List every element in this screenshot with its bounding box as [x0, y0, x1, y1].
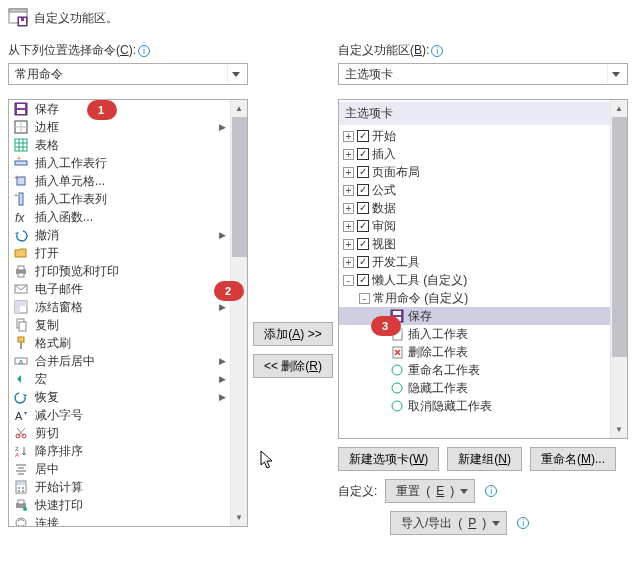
- info-icon[interactable]: i: [138, 45, 150, 57]
- scroll-up-icon[interactable]: ▲: [611, 100, 627, 117]
- svg-point-65: [392, 383, 402, 393]
- info-icon[interactable]: i: [431, 45, 443, 57]
- scrollbar[interactable]: ▲ ▼: [230, 100, 247, 526]
- tree-node[interactable]: +✓开始: [339, 127, 610, 145]
- scroll-down-icon[interactable]: ▼: [611, 421, 627, 438]
- remove-button[interactable]: << 删除(R): [253, 354, 333, 378]
- scroll-down-icon[interactable]: ▼: [231, 509, 247, 526]
- tree-label: 重命名工作表: [408, 362, 480, 379]
- commands-source-dropdown[interactable]: 常用命令: [8, 63, 248, 85]
- command-icon: [389, 362, 405, 378]
- checkbox[interactable]: ✓: [357, 184, 369, 196]
- expand-icon[interactable]: +: [343, 221, 354, 232]
- expand-icon[interactable]: +: [343, 131, 354, 142]
- command-label: 表格: [35, 137, 59, 154]
- command-item[interactable]: 宏▶: [9, 370, 230, 388]
- command-label: 插入工作表列: [35, 191, 107, 208]
- collapse-icon[interactable]: -: [343, 275, 354, 286]
- command-label: 降序排序: [35, 443, 83, 460]
- tree-label: 插入工作表: [408, 326, 468, 343]
- customize-ribbon-label: 自定义功能区(B):i: [338, 42, 628, 59]
- expand-icon[interactable]: +: [343, 185, 354, 196]
- command-item[interactable]: 格式刷: [9, 334, 230, 352]
- command-icon: [13, 137, 29, 153]
- info-icon[interactable]: i: [517, 517, 529, 529]
- expand-icon[interactable]: +: [343, 203, 354, 214]
- svg-rect-29: [15, 301, 27, 306]
- command-item[interactable]: 复制: [9, 316, 230, 334]
- tree-node[interactable]: +✓开发工具: [339, 253, 610, 271]
- svg-point-66: [392, 401, 402, 411]
- checkbox[interactable]: ✓: [357, 220, 369, 232]
- checkbox[interactable]: ✓: [357, 130, 369, 142]
- command-item[interactable]: 撤消▶: [9, 226, 230, 244]
- tree-node[interactable]: +✓视图: [339, 235, 610, 253]
- ribbon-target-dropdown[interactable]: 主选项卡: [338, 63, 628, 85]
- tree-node[interactable]: +✓审阅: [339, 217, 610, 235]
- reset-button[interactable]: 重置(E): [385, 479, 475, 503]
- scroll-thumb[interactable]: [612, 117, 627, 357]
- command-item[interactable]: 开始计算: [9, 478, 230, 496]
- svg-text:+: +: [14, 174, 18, 181]
- expand-icon[interactable]: +: [343, 257, 354, 268]
- checkbox[interactable]: ✓: [357, 256, 369, 268]
- command-item[interactable]: 表格: [9, 136, 230, 154]
- expand-icon[interactable]: +: [343, 167, 354, 178]
- command-item[interactable]: 连接: [9, 514, 230, 526]
- svg-point-52: [22, 490, 24, 492]
- tree-node[interactable]: +✓公式: [339, 181, 610, 199]
- command-item[interactable]: 打印预览和打印: [9, 262, 230, 280]
- tree-node[interactable]: +✓数据: [339, 199, 610, 217]
- ribbon-tree[interactable]: 主选项卡 +✓开始+✓插入+✓页面布局+✓公式+✓数据+✓审阅+✓视图+✓开发工…: [338, 99, 628, 439]
- scroll-up-icon[interactable]: ▲: [231, 100, 247, 117]
- dropdown-value: 常用命令: [15, 66, 63, 83]
- svg-rect-6: [17, 104, 25, 108]
- tree-node[interactable]: 隐藏工作表: [339, 379, 610, 397]
- chevron-down-icon: [460, 489, 468, 494]
- tree-node[interactable]: 重命名工作表: [339, 361, 610, 379]
- rename-button[interactable]: 重命名(M)...: [530, 447, 616, 471]
- tree-node[interactable]: +✓页面布局: [339, 163, 610, 181]
- scroll-thumb[interactable]: [232, 117, 247, 257]
- command-item[interactable]: 居中: [9, 460, 230, 478]
- command-item[interactable]: a合并后居中▶: [9, 352, 230, 370]
- command-item[interactable]: 剪切: [9, 424, 230, 442]
- command-item[interactable]: fx插入函数...: [9, 208, 230, 226]
- checkbox[interactable]: ✓: [357, 166, 369, 178]
- command-item[interactable]: +插入工作表列: [9, 190, 230, 208]
- tree-node[interactable]: -常用命令 (自定义): [339, 289, 610, 307]
- command-item[interactable]: ZA降序排序: [9, 442, 230, 460]
- command-item[interactable]: 快速打印: [9, 496, 230, 514]
- checkbox[interactable]: ✓: [357, 238, 369, 250]
- svg-text:A: A: [15, 452, 19, 458]
- expand-icon[interactable]: +: [343, 239, 354, 250]
- checkbox[interactable]: ✓: [357, 274, 369, 286]
- commands-listbox[interactable]: 1 2 保存边框▶表格+插入工作表行+插入单元格...+插入工作表列fx插入函数…: [8, 99, 248, 527]
- command-item[interactable]: 冻结窗格▶: [9, 298, 230, 316]
- command-item[interactable]: +插入工作表行: [9, 154, 230, 172]
- command-item[interactable]: 边框▶: [9, 118, 230, 136]
- command-item[interactable]: A减小字号: [9, 406, 230, 424]
- tree-node[interactable]: 取消隐藏工作表: [339, 397, 610, 415]
- tree-node[interactable]: -✓懒人工具 (自定义): [339, 271, 610, 289]
- add-button[interactable]: 添加(A) >>: [253, 322, 332, 346]
- scrollbar[interactable]: ▲ ▼: [610, 100, 627, 438]
- submenu-arrow-icon: ▶: [219, 356, 226, 366]
- svg-text:+: +: [14, 192, 18, 199]
- command-item[interactable]: 恢复▶: [9, 388, 230, 406]
- import-export-button[interactable]: 导入/导出(P): [390, 511, 507, 535]
- new-tab-button[interactable]: 新建选项卡(W): [338, 447, 439, 471]
- new-group-button[interactable]: 新建组(N): [447, 447, 522, 471]
- checkbox[interactable]: ✓: [357, 148, 369, 160]
- checkbox[interactable]: ✓: [357, 202, 369, 214]
- tree-node[interactable]: +✓插入: [339, 145, 610, 163]
- command-item[interactable]: 电子邮件: [9, 280, 230, 298]
- collapse-icon[interactable]: -: [359, 293, 370, 304]
- command-item[interactable]: 打开: [9, 244, 230, 262]
- svg-text:+: +: [17, 156, 21, 162]
- tree-node[interactable]: 删除工作表: [339, 343, 610, 361]
- info-icon[interactable]: i: [485, 485, 497, 497]
- command-item[interactable]: 保存: [9, 100, 230, 118]
- expand-icon[interactable]: +: [343, 149, 354, 160]
- command-item[interactable]: +插入单元格...: [9, 172, 230, 190]
